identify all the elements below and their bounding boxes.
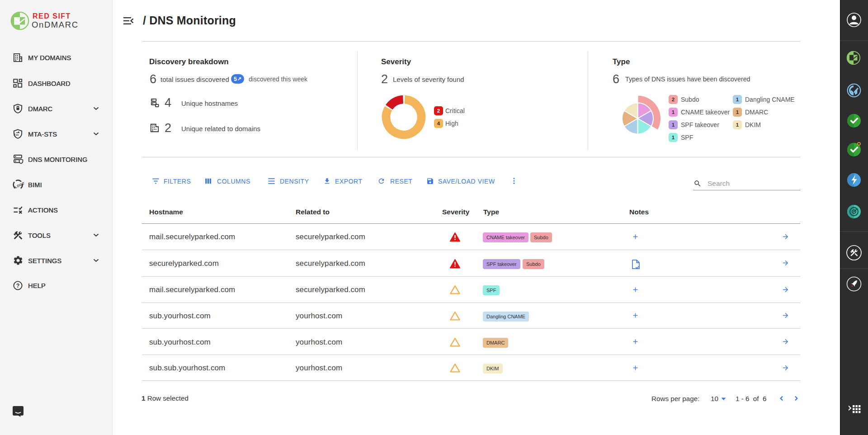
svg-text:LOGO: LOGO <box>14 181 24 189</box>
svg-text:?: ? <box>16 283 20 289</box>
